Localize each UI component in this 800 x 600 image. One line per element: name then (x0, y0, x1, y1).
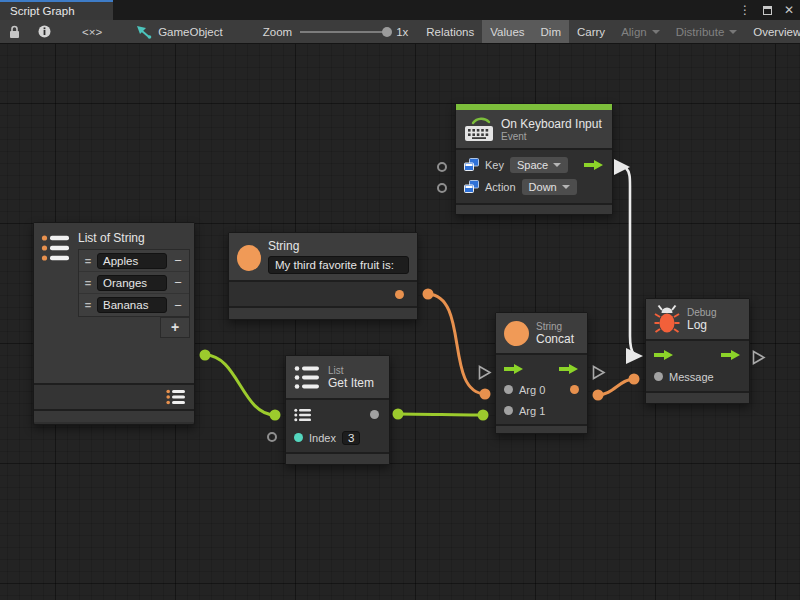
string-value-field[interactable]: My third favorite fruit is: (268, 256, 409, 274)
list-input-row (286, 403, 389, 426)
drag-handle[interactable]: = (83, 277, 93, 289)
bug-icon (654, 304, 680, 334)
arg1-input-port[interactable] (504, 406, 513, 415)
gameobject-label: GameObject (158, 26, 223, 38)
remove-item-button[interactable]: − (171, 298, 185, 313)
string-list-editor: = Apples − = Oranges − = Bananas − (78, 249, 190, 317)
script-graph-window: Script Graph ⋮ ✕ <×> (0, 0, 800, 600)
maximize-icon[interactable] (763, 6, 772, 15)
list-item-row: = Bananas − (79, 294, 189, 316)
flow-output-arrow-icon[interactable] (584, 159, 604, 171)
arg0-input-port[interactable] (504, 385, 513, 394)
code-icon[interactable]: <×> (60, 20, 124, 43)
tab-bar: Script Graph ⋮ ✕ (0, 0, 800, 20)
tab-script-graph[interactable]: Script Graph (0, 0, 113, 20)
list-white-icon (294, 364, 321, 391)
arg1-row: Arg 1 (496, 400, 587, 421)
concat-flow-in-port[interactable] (478, 365, 492, 384)
info-icon[interactable] (29, 20, 60, 43)
string-type-icon (237, 245, 261, 271)
zoom-value: 1x (396, 26, 408, 38)
index-input-row: Index 3 (286, 426, 389, 449)
node-subtitle: Debug (687, 307, 716, 318)
keyboard-key-external-port[interactable] (437, 162, 447, 172)
action-port-label: Action (485, 181, 516, 193)
dim-button[interactable]: Dim (533, 20, 569, 43)
align-button[interactable]: Align (613, 20, 668, 43)
node-debug-log[interactable]: Debug Log Message (645, 298, 750, 404)
chevron-down-icon (562, 185, 570, 189)
arg0-label: Arg 0 (519, 384, 545, 396)
list-output-row (34, 383, 194, 409)
window-menu-icon[interactable]: ⋮ (739, 3, 751, 17)
arg0-row: Arg 0 (496, 379, 587, 400)
key-dropdown[interactable]: Space (510, 157, 568, 173)
node-footer (456, 203, 612, 214)
list-item-row: = Oranges − (79, 272, 189, 294)
node-subtitle: Event (501, 131, 602, 142)
node-subtitle: String (536, 321, 574, 332)
wire-keyboard-to-log[interactable] (626, 168, 634, 354)
key-port-label: Key (485, 159, 504, 171)
node-title: Log (687, 318, 716, 332)
carry-button[interactable]: Carry (569, 20, 613, 43)
node-get-item[interactable]: List Get Item I (285, 355, 390, 465)
node-concat[interactable]: String Concat Arg 0 A (495, 312, 588, 434)
action-dropdown[interactable]: Down (522, 179, 577, 195)
gameobject-target-button[interactable]: GameObject (124, 20, 235, 43)
wire-getitem-to-concat[interactable] (398, 414, 483, 415)
lock-icon[interactable] (0, 20, 29, 43)
list-item-field[interactable]: Apples (97, 253, 167, 269)
message-input-port[interactable] (654, 372, 663, 381)
flow-row (496, 358, 587, 379)
string-output-row (229, 282, 417, 306)
overview-button[interactable]: Overview (745, 20, 800, 43)
getitem-index-external-port[interactable] (267, 432, 277, 442)
wire-string-to-concat[interactable] (428, 294, 485, 394)
keyboard-action-external-port[interactable] (437, 183, 447, 193)
flow-wire-end-arrowhead (626, 348, 643, 364)
index-port-label: Index (309, 432, 336, 444)
values-button[interactable]: Values (482, 20, 532, 43)
flow-output-arrow-icon[interactable] (559, 363, 579, 375)
remove-item-button[interactable]: − (171, 275, 185, 290)
item-output-port[interactable] (370, 410, 379, 419)
graph-canvas[interactable]: On Keyboard Input Event Key Space (0, 44, 800, 600)
drag-handle[interactable]: = (83, 299, 93, 311)
index-input-port[interactable] (294, 433, 303, 442)
string-output-port[interactable] (395, 290, 404, 299)
flow-input-arrow-icon[interactable] (504, 363, 524, 375)
zoom-slider[interactable] (300, 31, 388, 33)
flow-wire-start-triangle (614, 159, 630, 175)
distribute-button[interactable]: Distribute (668, 20, 746, 43)
relations-button[interactable]: Relations (418, 20, 482, 43)
flow-output-arrow-icon[interactable] (721, 349, 741, 361)
index-value-field[interactable]: 3 (342, 431, 360, 445)
close-icon[interactable]: ✕ (784, 3, 794, 17)
result-output-port[interactable] (570, 385, 579, 394)
add-item-button[interactable]: + (160, 317, 190, 338)
message-label: Message (669, 371, 714, 383)
concat-flow-out-port[interactable] (592, 365, 606, 384)
list-item-field[interactable]: Oranges (97, 275, 167, 291)
list-input-port-icon[interactable] (294, 408, 312, 422)
node-subtitle: List (328, 365, 374, 376)
remove-item-button[interactable]: − (171, 253, 185, 268)
list-item-field[interactable]: Bananas (97, 297, 167, 313)
arg1-label: Arg 1 (519, 405, 545, 417)
enum-icon (464, 180, 479, 194)
node-on-keyboard-input[interactable]: On Keyboard Input Event Key Space (455, 103, 613, 215)
zoom-slider-knob[interactable] (382, 27, 392, 37)
log-flow-out-port[interactable] (752, 350, 766, 369)
flow-row (646, 344, 749, 365)
list-output-port-icon[interactable] (166, 389, 186, 405)
wire-list-to-getitem[interactable] (205, 355, 275, 415)
drag-handle[interactable]: = (83, 255, 93, 267)
node-footer (34, 409, 194, 422)
node-string-literal[interactable]: String My third favorite fruit is: (228, 232, 418, 320)
flow-input-arrow-icon[interactable] (654, 349, 674, 361)
gameobject-icon (136, 25, 152, 39)
keyboard-icon (464, 116, 494, 142)
node-footer (229, 306, 417, 319)
node-list-of-string[interactable]: List of String = Apples − = Oranges − = (33, 222, 195, 425)
